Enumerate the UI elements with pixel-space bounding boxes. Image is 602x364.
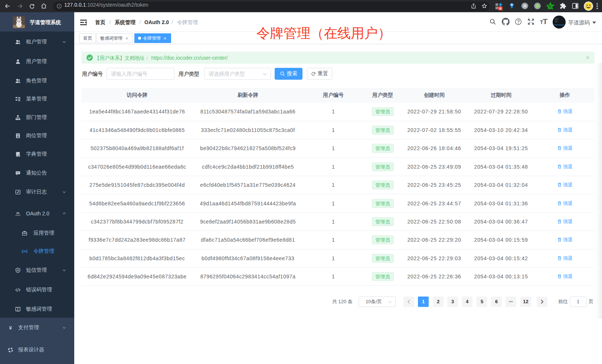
svg-text:⌘: ⌘ [523,4,527,8]
svg-text:¥: ¥ [9,325,12,331]
svg-text:9: 9 [499,7,501,10]
